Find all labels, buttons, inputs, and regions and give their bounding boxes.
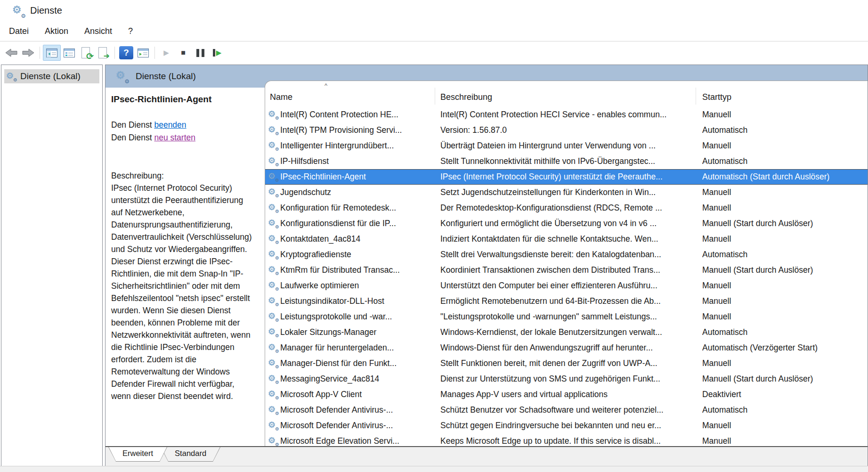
window-title: Dienste [30,5,62,16]
show-action-pane-icon[interactable] [135,45,152,60]
service-starttype: Automatisch [702,402,865,418]
services-banner-icon [116,70,128,82]
column-header-beschreibung[interactable]: Beschreibung [440,92,492,102]
service-starttype: Manuell [702,433,865,447]
services-node-icon [6,71,16,81]
restart-line-prefix: Den Dienst [111,133,154,142]
service-name: Konfiguration für Remotedesk... [280,200,434,216]
service-row[interactable]: Microsoft Defender Antivirus-... Schützt… [265,418,868,433]
forward-icon[interactable] [20,45,37,60]
service-row[interactable]: Laufwerke optimieren Unterstützt den Com… [265,278,868,293]
service-starttype: Manuell [702,418,865,433]
service-gear-icon [268,203,278,213]
service-row[interactable]: Manager für heruntergeladen... Windows-D… [265,340,868,356]
column-divider[interactable] [696,88,696,105]
service-gear-icon [268,342,278,353]
tab-erweitert[interactable]: Erweitert [108,447,167,462]
service-description-cell: Stellt drei Verwaltungsdienste bereit: d… [440,247,695,262]
service-starttype: Manuell [702,356,865,371]
column-divider[interactable] [435,88,435,105]
service-name: Jugendschutz [280,185,434,200]
menu-aktion[interactable]: Aktion [37,24,76,39]
service-gear-icon [268,218,278,228]
column-header-starttyp[interactable]: Starttyp [702,92,731,102]
back-icon[interactable] [3,45,20,60]
service-description-cell: Windows-Dienst für den Anwendungszugriff… [440,340,695,356]
service-starttype: Automatisch (Start durch Auslöser) [702,170,865,184]
service-row[interactable]: Microsoft App-V Client Manages App-V use… [265,387,868,402]
service-gear-icon [268,140,278,151]
refresh-icon[interactable]: ⟳ [78,45,95,60]
service-name: Intel(R) Content Protection HE... [280,107,434,122]
service-row[interactable]: MessagingService_4ac814 Dienst zur Unter… [265,371,868,387]
service-row[interactable]: IP-Hilfsdienst Stellt Tunnelkonnektivitä… [265,154,868,169]
service-row[interactable]: Intel(R) Content Protection HE... Intel(… [265,107,868,122]
column-header-name[interactable]: Name [270,92,292,102]
service-row[interactable]: Manager-Dienst für den Funkt... Stellt F… [265,356,868,371]
menu-ansicht[interactable]: Ansicht [76,24,120,39]
tree-item-label: Dienste (Lokal) [20,71,81,81]
service-starttype: Manuell [702,107,865,122]
service-starttype: Manuell [702,293,865,309]
service-name: KtmRm für Distributed Transac... [280,262,434,278]
service-row[interactable]: KtmRm für Distributed Transac... Koordin… [265,262,868,278]
service-gear-icon [268,156,278,166]
service-gear-icon [268,358,278,368]
sort-ascending-indicator: ^ [324,82,327,89]
menu-hilfe[interactable]: ? [120,24,141,39]
restart-service-link[interactable]: neu starten [154,133,195,142]
service-description-cell: Intel(R) Content Protection HECI Service… [440,107,695,122]
service-starttype: Automatisch [702,247,865,262]
service-gear-icon [268,234,278,244]
service-description-cell: Schützt gegen Eindringversuche bei bekan… [440,418,695,433]
show-console-tree-icon[interactable] [43,45,61,61]
help-icon[interactable]: ? [118,45,135,60]
service-description-cell: Dienst zur Unterstützung von SMS und zug… [440,371,695,387]
service-row[interactable]: Lokaler Sitzungs-Manager Windows-Kerndie… [265,325,868,340]
tab-standard[interactable]: Standard [161,447,220,462]
service-starttype: Manuell [702,185,865,200]
start-service-icon[interactable]: ▶ [158,45,175,60]
service-row[interactable]: Jugendschutz Setzt Jugendschutzeinstellu… [265,185,868,200]
service-description-cell: Koordiniert Transaktionen zwischen dem D… [440,262,695,278]
service-description-cell: Überträgt Dateien im Hintergrund unter V… [440,138,695,154]
service-row[interactable]: Leistungsindikator-DLL-Host Ermöglicht R… [265,293,868,309]
status-bar [0,466,868,472]
service-description-cell: Ermöglicht Remotebenutzern und 64-Bit-Pr… [440,293,695,309]
service-starttype: Manuell [702,309,865,325]
service-row[interactable]: Intelligenter Hintergrundübert... Übertr… [265,138,868,154]
service-row[interactable]: Kryptografiedienste Stellt drei Verwaltu… [265,247,868,262]
service-gear-icon [268,280,278,291]
service-description-cell: Setzt Jugendschutzeinstellungen für Kind… [440,185,695,200]
service-starttype: Automatisch (Verzögerter Start) [702,340,865,356]
service-row[interactable]: Kontaktdaten_4ac814 Indiziert Kontaktdat… [265,231,868,247]
export-list-icon[interactable]: ➜ [95,45,112,60]
tree-item-dienste-lokal[interactable]: Dienste (Lokal) [4,69,99,83]
service-starttype: Manuell (Start durch Auslöser) [702,371,865,387]
description-label: Beschreibung: [111,170,256,182]
service-row[interactable]: Microsoft Defender Antivirus-... Schützt… [265,402,868,418]
service-row[interactable]: Konfiguration für Remotedesk... Der Remo… [265,200,868,216]
service-rows: Intel(R) Content Protection HE... Intel(… [265,107,868,447]
stop-service-link[interactable]: beenden [154,120,186,130]
service-name: Microsoft App-V Client [280,387,434,402]
service-row[interactable]: Intel(R) TPM Provisioning Servi... Versi… [265,122,868,138]
restart-service-icon[interactable]: ▶ [209,45,226,60]
service-name: Microsoft Defender Antivirus-... [280,418,434,433]
pause-service-icon[interactable] [192,45,209,60]
service-row[interactable]: IPsec-Richtlinien-Agent IPsec (Internet … [265,169,868,185]
menu-datei[interactable]: Datei [1,24,37,39]
properties-icon[interactable] [61,45,78,60]
service-name: Kontaktdaten_4ac814 [280,231,434,247]
service-row[interactable]: Microsoft Edge Elevation Servi... Keeps … [265,433,868,447]
service-gear-icon [268,171,278,182]
service-name: Laufwerke optimieren [280,278,434,293]
stop-service-icon[interactable]: ■ [175,45,192,60]
service-row[interactable]: Leistungsprotokolle und -war... "Leistun… [265,309,868,325]
service-gear-icon [268,420,278,431]
service-name: Microsoft Edge Elevation Servi... [280,433,434,447]
toolbar-separator [40,47,40,59]
title-bar: Dienste [0,0,868,21]
service-row[interactable]: Konfigurationsdienst für die IP... Konfi… [265,216,868,231]
service-gear-icon [268,436,278,446]
